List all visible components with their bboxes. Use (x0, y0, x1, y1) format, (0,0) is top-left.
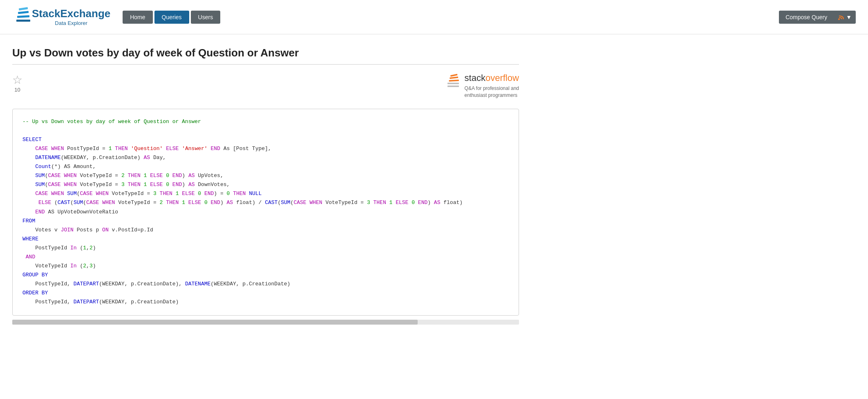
logo-name: StackExchange (32, 8, 110, 20)
code-comment: -- Up vs Down votes by day of week of Qu… (22, 119, 201, 125)
sql-code-block: -- Up vs Down votes by day of week of Qu… (12, 109, 519, 316)
svg-rect-9 (450, 74, 457, 77)
logo-icon (15, 4, 32, 26)
nav-queries[interactable]: Queries (154, 11, 189, 24)
svg-rect-2 (18, 11, 29, 14)
compose-query-button[interactable]: Compose Query (779, 11, 834, 24)
stackoverflow-name-colored: overflow (485, 73, 519, 83)
horizontal-scrollbar[interactable] (12, 320, 519, 325)
svg-rect-7 (449, 80, 459, 82)
code-select: SELECT (22, 137, 42, 143)
favorite-area: ☆ 10 (12, 74, 22, 93)
favorite-count: 10 (14, 87, 20, 93)
svg-rect-6 (447, 83, 459, 84)
title-divider (12, 64, 519, 65)
page-title: Up vs Down votes by day of week of Quest… (12, 47, 519, 59)
header-right: Compose Query ▼ (779, 11, 856, 24)
logo-subtitle: Data Explorer (32, 20, 110, 26)
svg-rect-3 (19, 7, 28, 10)
logo-area: StackExchange Data Explorer (12, 4, 110, 30)
svg-rect-1 (17, 15, 29, 18)
stackoverflow-name: stackoverflow (465, 73, 519, 83)
compose-group: Compose Query ▼ (779, 11, 856, 24)
stackoverflow-logo-area: stackoverflow Q&A for professional and e… (446, 73, 519, 99)
scrollbar-thumb[interactable] (12, 320, 418, 325)
favorite-star[interactable]: ☆ (12, 74, 22, 86)
meta-row: ☆ 10 stackoverflow Q&A for professional … (12, 73, 519, 99)
rss-dropdown-button[interactable]: ▼ (834, 11, 856, 24)
code-case1: CASE (35, 146, 48, 152)
svg-rect-5 (447, 85, 459, 87)
logo-text-area: StackExchange Data Explorer (32, 8, 110, 27)
stackoverflow-icon (446, 73, 461, 89)
nav-users[interactable]: Users (191, 11, 221, 24)
stackoverflow-desc: Q&A for professional and enthusiast prog… (465, 85, 519, 99)
stackoverflow-text: stackoverflow Q&A for professional and e… (465, 73, 519, 99)
logo-exchange: Exchange (60, 7, 110, 20)
nav-home[interactable]: Home (123, 11, 152, 24)
header: StackExchange Data Explorer Home Queries… (0, 0, 868, 34)
svg-point-4 (838, 18, 840, 20)
logo-stack: Stack (32, 7, 60, 20)
main-content: Up vs Down votes by day of week of Quest… (0, 34, 531, 333)
svg-rect-0 (16, 20, 30, 22)
main-nav: Home Queries Users (123, 11, 220, 24)
svg-rect-8 (450, 76, 458, 79)
dropdown-arrow: ▼ (846, 14, 852, 20)
rss-icon (838, 14, 844, 20)
